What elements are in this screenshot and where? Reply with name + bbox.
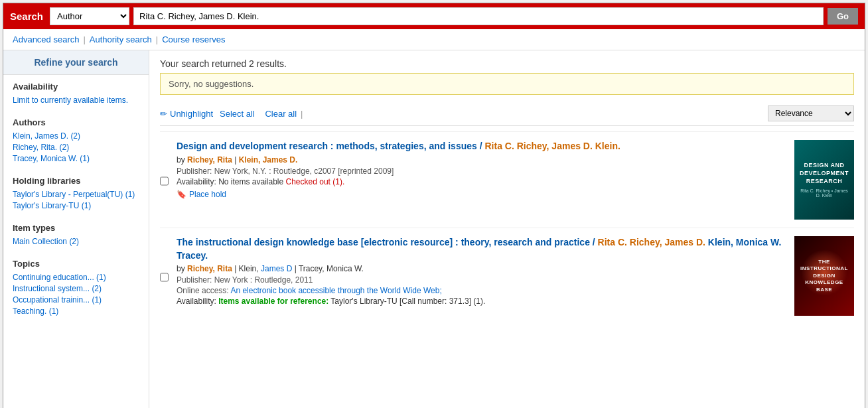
result-2-title-link[interactable]: The instructional design knowledge base … [177,237,781,261]
go-button[interactable]: Go [828,8,858,25]
toolbar-left: ✏ Unhighlight Select all Clear all | [160,109,307,119]
results-toolbar: ✏ Unhighlight Select all Clear all | Rel… [160,102,854,126]
result-2-book-cover: THE INSTRUCTIONAL DESIGN KNOWLEDGE BASE [794,236,854,316]
result-1-highlighted-authors: Rita C. Richey, James D. Klein. [484,141,620,151]
holding-heading: Holding libraries [13,176,139,186]
nav-bar: Advanced search | Authority search | Cou… [3,29,865,50]
topic-filter-continuing[interactable]: Continuing education... (1) [13,273,139,282]
sidebar-itemtypes-section: Item types Main Collection (2) [3,216,149,252]
result-1-publisher: Publisher: New York, N.Y. : Routledge, c… [177,167,786,176]
result-1-cover: DESIGN AND DEVELOPMENT RESEARCH Rita C. … [794,140,854,220]
result-2-body: The instructional design knowledge base … [177,236,786,316]
result-2-checkbox[interactable] [160,239,169,316]
clear-all-link[interactable]: Clear all [265,109,297,119]
result-item-1: Design and development research : method… [160,131,854,228]
result-2-authors: by Richey, Rita | Klein, James D | Trace… [177,264,786,273]
result-2-author-richey[interactable]: Richey, Rita [187,264,232,273]
result-2-availability: Availability: Items available for refere… [177,297,786,306]
results-content: Your search returned 2 results. Sorry, n… [149,50,865,408]
search-type-select[interactable]: Author Title Subject ISBN Keyword [50,7,129,25]
result-2-title: The instructional design knowledge base … [177,236,786,262]
result-2-available-status: Items available for reference: [218,297,328,306]
result-1-author-klein[interactable]: Klein, James D. [239,155,298,165]
result-1-body: Design and development research : method… [177,140,786,220]
result-2-publisher: Publisher: New York : Routledge, 2011 [177,275,786,285]
course-reserves-link[interactable]: Course reserves [162,34,225,44]
topic-filter-occupational[interactable]: Occupational trainin... (1) [13,295,139,305]
result-2-online-link[interactable]: An electronic book accessible through th… [230,286,441,295]
availability-heading: Availability [13,82,139,92]
select-all-link[interactable]: Select all [220,109,255,119]
hold-icon: 🔖 [177,190,186,199]
result-1-checked-out[interactable]: Checked out (1). [286,177,345,186]
authors-heading: Authors [13,117,139,127]
result-1-checkbox[interactable] [160,143,169,220]
result-1-place-hold[interactable]: 🔖 Place hold [177,190,226,199]
result-2-online: Online access: An electronic book access… [177,286,786,295]
result-item-2: The instructional design knowledge base … [160,228,854,324]
select-clear-bar: Select all Clear all | [220,109,307,119]
result-2-cover: THE INSTRUCTIONAL DESIGN KNOWLEDGE BASE [794,236,854,316]
advanced-search-link[interactable]: Advanced search [13,34,79,44]
result-1-title: Design and development research : method… [177,140,786,153]
result-1-authors: by Richey, Rita | Klein, James D. [177,155,786,165]
result-1-author-richey[interactable]: Richey, Rita [187,155,232,165]
main-layout: Refine your search Availability Limit to… [3,50,865,408]
itemtypes-heading: Item types [13,223,139,233]
sidebar-authors-section: Authors Klein, James D. (2) Richey, Rita… [3,111,149,169]
pencil-icon: ✏ [160,109,167,119]
result-2-author-klein[interactable]: James D [261,264,292,273]
result-1-book-cover: DESIGN AND DEVELOPMENT RESEARCH Rita C. … [794,140,854,220]
sidebar: Refine your search Availability Limit to… [3,50,149,408]
search-header: Search Author Title Subject ISBN Keyword… [3,3,865,29]
topic-filter-teaching[interactable]: Teaching. (1) [13,306,139,316]
sidebar-title: Refine your search [3,50,149,75]
nav-sep-2: | [156,34,158,44]
unhighlight-button[interactable]: ✏ Unhighlight [160,109,213,119]
sidebar-topics-section: Topics Continuing education... (1) Instr… [3,252,149,322]
result-1-hold: 🔖 Place hold [177,188,786,199]
sidebar-availability-section: Availability Limit to currently availabl… [3,75,149,111]
topics-heading: Topics [13,259,139,269]
topic-filter-instructional[interactable]: Instructional system... (2) [13,284,139,293]
search-label: Search [10,11,43,22]
result-1-availability: Availability: No items available Checked… [177,177,786,186]
author-filter-richey[interactable]: Richey, Rita. (2) [13,143,139,152]
sidebar-holding-section: Holding libraries Taylor's Library - Per… [3,169,149,216]
nav-sep-1: | [83,34,85,44]
availability-limit-link[interactable]: Limit to currently available items. [13,96,139,105]
suggestions-box: Sorry, no suggestions. [160,73,854,95]
result-2-highlighted-authors: Rita C. Richey, James D. [598,237,705,247]
results-summary: Your search returned 2 results. [160,58,854,69]
author-filter-klein[interactable]: Klein, James D. (2) [13,131,139,141]
result-1-title-link[interactable]: Design and development research : method… [177,141,620,151]
author-filter-tracey[interactable]: Tracey, Monica W. (1) [13,154,139,163]
search-input[interactable] [133,7,824,25]
authority-search-link[interactable]: Authority search [90,34,152,44]
sort-select[interactable]: Relevance Date Title Author [768,105,854,121]
itemtype-filter-main[interactable]: Main Collection (2) [13,237,139,246]
holding-filter-perpetual[interactable]: Taylor's Library - Perpetual(TU) (1) [13,190,139,199]
holding-filter-tu[interactable]: Taylor's Library-TU (1) [13,201,139,210]
